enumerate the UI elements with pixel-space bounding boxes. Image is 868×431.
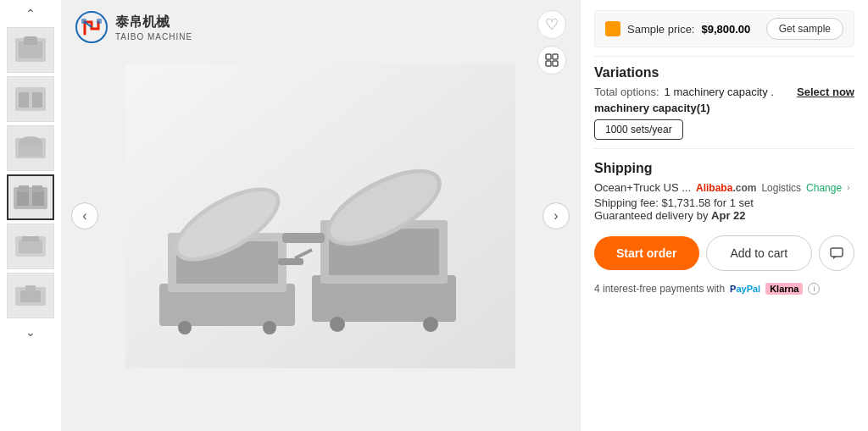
svg-rect-26 (553, 61, 558, 66)
svg-rect-5 (32, 92, 42, 108)
variations-section: Variations Total options: 1 machinery ca… (594, 65, 854, 140)
shipping-title: Shipping (594, 161, 854, 176)
installments-text: 4 interest-free payments with (594, 283, 725, 295)
svg-point-34 (263, 321, 276, 334)
brand-logo-icon (75, 10, 108, 44)
svg-point-33 (178, 321, 192, 334)
divider-1 (594, 56, 854, 57)
svg-rect-2 (24, 36, 37, 45)
start-order-button[interactable]: Start order (594, 236, 699, 270)
delivery-info: Guaranteed delivery by Apr 22 (594, 209, 854, 222)
product-image (125, 64, 515, 368)
divider-2 (594, 148, 854, 149)
thumbnail-2[interactable] (7, 76, 54, 122)
sample-price-label: Sample price: (627, 23, 694, 36)
logistics-label: Logistics (761, 182, 801, 194)
svg-rect-45 (831, 248, 843, 257)
alibaba-logo: Alibaba.com (696, 182, 756, 194)
svg-rect-12 (19, 185, 29, 192)
zoom-button[interactable] (537, 46, 566, 75)
get-sample-button[interactable]: Get sample (766, 18, 843, 40)
installments-row: 4 interest-free payments with PayPal Kla… (594, 283, 854, 295)
sample-price-value: $9,800.00 (701, 23, 750, 36)
total-options-label: Total options: (594, 86, 659, 98)
select-now-link[interactable]: Select now (797, 86, 854, 98)
shipping-method: Ocean+Truck US ... (594, 181, 691, 194)
svg-rect-10 (17, 191, 29, 206)
svg-rect-44 (282, 233, 325, 243)
svg-rect-21 (81, 19, 86, 24)
sample-price-bar: Sample price: $9,800.00 Get sample (594, 10, 854, 47)
svg-point-41 (330, 317, 345, 332)
svg-rect-19 (25, 285, 36, 292)
change-shipping-link[interactable]: Change (806, 182, 842, 194)
svg-rect-4 (19, 92, 29, 108)
svg-rect-18 (20, 290, 41, 302)
shipping-fee: Shipping fee: $1,731.58 for 1 set (594, 196, 854, 209)
variation-name: machinery capacity(1) (594, 102, 854, 114)
prev-image-button[interactable]: ‹ (71, 202, 98, 229)
info-icon[interactable]: i (808, 283, 820, 295)
variations-title: Variations (594, 65, 854, 80)
shipping-section: Shipping Ocean+Truck US ... Alibaba.com … (594, 161, 854, 222)
svg-rect-35 (278, 258, 303, 265)
svg-rect-24 (553, 54, 558, 59)
svg-point-42 (423, 317, 438, 332)
paypal-logo: PayPal (730, 284, 760, 294)
total-options-value: 1 machinery capacity . (665, 86, 774, 98)
main-image-area: 泰帛机械 TAIBO MACHINE ♡ (61, 0, 580, 431)
thumbnail-3[interactable] (7, 125, 54, 171)
brand-name: 泰帛机械 TAIBO MACHINE (115, 14, 192, 41)
svg-rect-11 (32, 191, 44, 206)
thumbnail-1[interactable] (7, 27, 54, 73)
delivery-date-value: Apr 22 (711, 209, 745, 222)
svg-rect-22 (97, 19, 102, 24)
thumbnail-6[interactable] (7, 273, 54, 318)
action-buttons-row: Start order Add to cart (594, 235, 854, 271)
thumbnail-4[interactable] (7, 174, 54, 220)
svg-rect-23 (546, 54, 551, 59)
svg-rect-15 (19, 240, 42, 253)
next-image-button[interactable]: › (542, 202, 570, 229)
brand-logo: 泰帛机械 TAIBO MACHINE (75, 10, 192, 44)
svg-rect-16 (22, 236, 39, 241)
sample-icon (605, 21, 620, 36)
klarna-logo: Klarna (765, 283, 803, 295)
variation-option[interactable]: 1000 sets/year (594, 119, 683, 140)
thumb-nav-down[interactable]: ⌄ (15, 322, 46, 342)
product-details-panel: Sample price: $9,800.00 Get sample Varia… (580, 0, 868, 431)
wishlist-button[interactable]: ♡ (537, 10, 566, 39)
svg-rect-8 (19, 145, 42, 157)
svg-rect-25 (546, 61, 551, 66)
chevron-right-icon: › (847, 183, 849, 192)
add-to-cart-button[interactable]: Add to cart (706, 235, 813, 271)
thumbnail-column: ⌃ ⌄ (0, 0, 61, 431)
thumbnail-5[interactable] (7, 224, 54, 269)
thumb-nav-up[interactable]: ⌃ (15, 3, 46, 24)
svg-rect-13 (32, 185, 42, 192)
message-button[interactable] (819, 235, 854, 271)
